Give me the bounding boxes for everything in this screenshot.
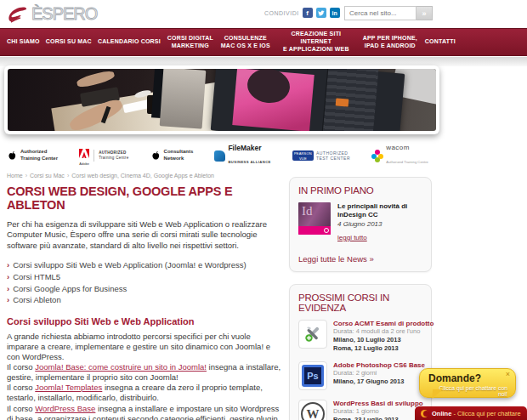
page-title: CORSI WEB DESIGN, GOOGLE APPS E ABLETON xyxy=(7,184,282,212)
indesign-cc-icon: Id xyxy=(298,202,331,235)
hero-hand xyxy=(76,69,116,88)
hero-screen-panels xyxy=(322,69,379,131)
nav-calendario-corsi[interactable]: CALENDARIO CORSI xyxy=(98,38,161,46)
intro-paragraph: Per chi ha esigenza di sviluppare siti W… xyxy=(7,219,282,251)
share-label: CONDIVIDI xyxy=(264,10,299,16)
section-text-sviluppo: A grande richiesta abbiamo introdotto pe… xyxy=(7,332,282,420)
hero-screen-thumbnail xyxy=(335,98,348,106)
partner-label: AUTHORIZEDTraining Centre xyxy=(99,150,128,162)
quick-links: ›Corsi sviluppo Siti Web e Web Applicati… xyxy=(7,259,282,306)
adobe-wordmark: Adobe xyxy=(79,162,89,166)
course-date: Milano, 17 Giugno 2013 xyxy=(333,377,422,386)
search-button[interactable]: » xyxy=(416,6,433,20)
course-row: W WordPress Basi di sviluppo Durata: 1 g… xyxy=(298,400,422,420)
news-box-title: IN PRIMO PIANO xyxy=(298,185,422,196)
search-input[interactable] xyxy=(344,6,416,20)
news-box: IN PRIMO PIANO Id Le principali novità d… xyxy=(289,177,432,272)
partner-logos: AuthorizedTraining Center Adobe AUTHORIZ… xyxy=(7,142,428,169)
divider xyxy=(94,150,94,162)
leggi-tutto-link[interactable]: leggi tutto xyxy=(337,234,367,241)
news-date: 4 Giugno 2013 xyxy=(337,220,422,228)
filemaker-icon xyxy=(214,150,225,162)
quick-link-ableton[interactable]: ›Corsi Ableton xyxy=(7,294,282,306)
chat-bar-text: Online - Clicca qui per chattare xyxy=(432,410,521,417)
course-title[interactable]: Adobe Photoshop CS6 Base xyxy=(333,361,422,369)
arrow-icon: › xyxy=(7,294,9,306)
nav-chi-siamo[interactable]: CHI SIAMO xyxy=(7,38,40,46)
partner-label: wacomAuthorized Training Centre xyxy=(386,145,428,167)
chat-bubble-title: Domande? xyxy=(428,372,507,384)
page: ÈSPERO CONDIVIDI f in » CHI SIAMO CORSI … xyxy=(0,0,527,420)
chat-status-bar[interactable]: Online - Clicca qui per chattare xyxy=(415,406,527,420)
news-item: Id Le principali novità di InDesign CC 4… xyxy=(298,202,422,243)
nav-corsi-digital-marketing[interactable]: CORSI DIGITAL MARKETING xyxy=(167,35,214,50)
all-news-link[interactable]: Leggi tutte le News » xyxy=(298,254,422,264)
nav-app-iphone[interactable]: APP PER IPHONE, IPAD E ANDROID xyxy=(361,35,419,50)
partner-label: ConsultantsNetwork xyxy=(164,149,194,162)
nav-consulenze-mac[interactable]: CONSULENZE MAC OS X E IOS xyxy=(220,35,271,50)
course-date: Roma, 12 Luglio 2013 xyxy=(333,344,422,353)
close-icon[interactable]: × xyxy=(506,371,510,378)
arrow-icon: › xyxy=(7,259,9,271)
partner-label: AuthorizedTraining Center xyxy=(20,149,58,162)
partner-filemaker: FileMakerBUSINESS ALLIANCE xyxy=(214,145,270,167)
course-info: WordPress Basi di sviluppo Durata: 1 gio… xyxy=(333,400,422,420)
news-text: Le principali novità di InDesign CC 4 Gi… xyxy=(337,202,422,243)
quick-link-html5[interactable]: ›Corsi HTML5 xyxy=(7,271,282,283)
site-search: » xyxy=(344,6,433,20)
apple-icon xyxy=(7,150,18,162)
twitter-icon[interactable] xyxy=(316,8,326,18)
espero-logo[interactable]: ÈSPERO xyxy=(7,3,97,24)
main-nav: CHI SIAMO CORSI SU MAC CALENDARIO CORSI … xyxy=(0,28,527,56)
share-bar: CONDIVIDI f in xyxy=(264,8,340,18)
breadcrumb-corsi-su-mac[interactable]: Corsi su Mac xyxy=(30,173,65,179)
main-content: Home›Corsi su Mac›Corsi web design, Cine… xyxy=(7,173,282,420)
sidebar: IN PRIMO PIANO Id Le principali novità d… xyxy=(289,177,432,420)
nav-corsi-su-mac[interactable]: CORSI SU MAC xyxy=(46,38,92,46)
breadcrumb-current: Corsi web design, Cinema 4D, Google Apps… xyxy=(71,173,214,179)
inline-link[interactable]: Joomla! Base: come costruire un sito in … xyxy=(35,362,207,372)
logo-text: ÈSPERO xyxy=(31,4,97,24)
partner-label: AUTHORIZEDTEST CENTER xyxy=(316,150,350,162)
hero-photo xyxy=(8,69,436,131)
course-date: Milano, 10 Luglio 2013 xyxy=(333,336,422,344)
wordpress-icon: W xyxy=(298,400,327,420)
breadcrumb-home[interactable]: Home xyxy=(7,173,23,179)
news-title: Le principali novità di InDesign CC xyxy=(337,202,422,219)
site-header: ÈSPERO CONDIVIDI f in » xyxy=(0,0,527,28)
course-date: Roma, 23 Luglio 2013 xyxy=(333,416,422,420)
pearson-vue-icon: PEARSON VUE xyxy=(292,150,314,161)
facebook-icon[interactable]: f xyxy=(303,8,313,18)
nav-creazione-siti[interactable]: CREAZIONE SITI INTERNET E APPLICAZIONI W… xyxy=(277,31,355,53)
partner-apple-atc: AuthorizedTraining Center xyxy=(7,149,58,162)
partner-apple-consultants: ConsultantsNetwork xyxy=(150,149,194,162)
courses-box-title: PROSSIMI CORSI IN EVIDENZA xyxy=(298,292,422,313)
inline-link[interactable]: Joomla! Templates xyxy=(35,383,102,392)
course-title[interactable]: Corso ACMT Esami di prodotto xyxy=(333,320,422,327)
breadcrumb: Home›Corsi su Mac›Corsi web design, Cine… xyxy=(7,173,282,179)
nav-contatti[interactable]: CONTATTI xyxy=(425,38,456,46)
tools-icon xyxy=(298,320,327,349)
photoshop-icon: Ps xyxy=(298,361,327,390)
partner-adobe: Adobe AUTHORIZEDTraining Centre xyxy=(79,146,128,166)
inline-link[interactable]: WordPress Base xyxy=(35,404,95,413)
arrow-icon: › xyxy=(7,271,9,283)
course-title[interactable]: WordPress Basi di sviluppo xyxy=(333,400,422,407)
course-info: Corso ACMT Esami di prodotto Durata: 4 m… xyxy=(333,320,422,352)
chat-bubble[interactable]: × Domande? Clicca qui per chattare con n… xyxy=(419,368,516,398)
arrow-icon: › xyxy=(7,283,9,295)
chat-bubble-text: Clicca qui per chattare con noi! xyxy=(428,385,507,397)
course-info: Adobe Photoshop CS6 Base Durata: 2 giorn… xyxy=(333,361,422,390)
apple-icon xyxy=(150,150,162,162)
courses-box: PROSSIMI CORSI IN EVIDENZA Corso ACMT Es… xyxy=(289,284,432,420)
twitter-bird-icon xyxy=(317,9,325,17)
quick-link-sviluppo-siti[interactable]: ›Corsi sviluppo Siti Web e Web Applicati… xyxy=(7,259,282,271)
course-duration: Durata: 4 moduli da 2 ore l'uno xyxy=(333,327,422,336)
quick-link-google-apps[interactable]: ›Corsi Google Apps for Business xyxy=(7,283,282,295)
wacom-icon xyxy=(371,150,383,162)
partner-label: FileMakerBUSINESS ALLIANCE xyxy=(228,145,270,167)
hero-banner xyxy=(4,65,439,134)
section-heading-sviluppo: Corsi sviluppo Siti Web e Web Applicatio… xyxy=(7,316,282,326)
linkedin-icon[interactable]: in xyxy=(330,8,340,18)
partner-pearson-vue: PEARSON VUE AUTHORIZEDTEST CENTER xyxy=(292,150,350,162)
